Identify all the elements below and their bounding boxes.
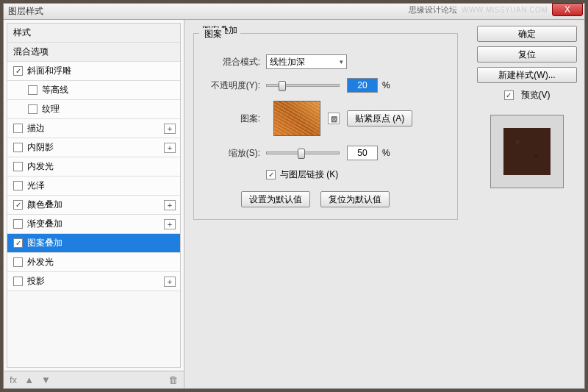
reset-default-button[interactable]: 复位为默认值	[320, 191, 390, 207]
scale-input[interactable]: 50	[347, 146, 378, 160]
opacity-input[interactable]: 20	[347, 78, 378, 93]
preview-swatch	[503, 128, 551, 175]
add-effect-icon[interactable]: +	[164, 219, 176, 229]
chevron-down-icon: ▾	[340, 58, 343, 65]
layer-style-dialog: 图层样式 思缘设计论坛 WWW.MISSYUAN.COM X 样式混合选项✓斜面…	[3, 3, 585, 389]
style-item-label: 内阴影	[27, 141, 54, 154]
snap-origin-button[interactable]: 贴紧原点 (A)	[347, 110, 412, 126]
style-item[interactable]: 纹理	[7, 100, 180, 119]
preview-box	[490, 115, 564, 188]
right-column: 确定 复位 新建样式(W)... ✓ 预览(V)	[470, 20, 584, 388]
style-checkbox[interactable]: ✓	[13, 200, 23, 210]
style-item[interactable]: 混合选项	[7, 43, 180, 62]
style-checkbox[interactable]	[13, 257, 23, 267]
pattern-thumbnail: ▾	[273, 101, 320, 136]
opacity-row: 不透明度(Y): 20 %	[204, 77, 447, 93]
blend-mode-select[interactable]: 线性加深 ▾	[266, 54, 347, 69]
preview-checkbox[interactable]: ✓	[504, 90, 514, 100]
style-checkbox[interactable]: ✓	[13, 66, 23, 76]
style-list: 样式混合选项✓斜面和浮雕等高线纹理描边+内阴影+内发光光泽✓颜色叠加+渐变叠加+…	[7, 23, 181, 368]
dialog-body: 样式混合选项✓斜面和浮雕等高线纹理描边+内阴影+内发光光泽✓颜色叠加+渐变叠加+…	[4, 20, 584, 388]
style-item-label: 颜色叠加	[27, 199, 62, 211]
add-effect-icon[interactable]: +	[164, 277, 176, 287]
blend-mode-label: 混合模式:	[204, 56, 260, 68]
opacity-label: 不透明度(Y):	[204, 79, 260, 92]
link-layer-row: ✓ 与图层链接 (K)	[266, 168, 447, 181]
style-item-label: 内发光	[27, 160, 54, 173]
scale-unit: %	[382, 148, 390, 158]
pattern-row: 图案: ▾ ▧ 贴紧原点 (A)	[204, 101, 447, 136]
forum-url: WWW.MISSYUAN.COM	[462, 6, 548, 14]
style-item[interactable]: ✓斜面和浮雕	[7, 62, 180, 81]
style-item-label: 等高线	[42, 84, 68, 96]
arrow-down-icon[interactable]: ▼	[41, 374, 51, 385]
titlebar: 图层样式 思缘设计论坛 WWW.MISSYUAN.COM X	[4, 4, 584, 20]
trash-icon[interactable]: 🗑	[168, 374, 178, 385]
reset-button[interactable]: 复位	[477, 46, 577, 63]
scale-slider[interactable]	[266, 152, 340, 154]
titlebar-right: 思缘设计论坛 WWW.MISSYUAN.COM X	[409, 4, 583, 16]
style-checkbox[interactable]	[13, 219, 23, 229]
styles-sidebar: 样式混合选项✓斜面和浮雕等高线纹理描边+内阴影+内发光光泽✓颜色叠加+渐变叠加+…	[4, 20, 184, 388]
style-item-label: 样式	[13, 26, 31, 39]
close-icon: X	[564, 4, 570, 15]
style-item-label: 斜面和浮雕	[27, 65, 71, 77]
opacity-unit: %	[382, 80, 390, 90]
style-checkbox[interactable]	[28, 85, 37, 95]
scale-label: 缩放(S):	[204, 147, 260, 160]
style-item-label: 描边	[27, 122, 45, 135]
new-pattern-icon[interactable]: ▧	[328, 113, 340, 124]
style-checkbox[interactable]	[13, 143, 23, 152]
arrow-up-icon[interactable]: ▲	[24, 374, 34, 385]
forum-name: 思缘设计论坛	[409, 4, 457, 15]
set-default-button[interactable]: 设置为默认值	[241, 191, 310, 207]
style-item[interactable]: 等高线	[7, 81, 180, 100]
close-button[interactable]: X	[552, 3, 583, 16]
add-effect-icon[interactable]: +	[164, 200, 176, 210]
style-item[interactable]: ✓图案叠加	[7, 234, 180, 253]
add-effect-icon[interactable]: +	[164, 143, 176, 153]
preview-label: 预览(V)	[521, 89, 551, 101]
slider-thumb[interactable]	[298, 149, 305, 159]
style-item[interactable]: ✓颜色叠加+	[7, 196, 180, 215]
style-item[interactable]: 内发光	[7, 157, 180, 177]
style-checkbox[interactable]	[13, 277, 23, 286]
style-item[interactable]: 光泽	[7, 177, 180, 196]
style-item[interactable]: 外发光	[7, 253, 180, 272]
style-checkbox[interactable]	[28, 104, 37, 114]
style-item-label: 投影	[27, 275, 45, 288]
style-item[interactable]: 渐变叠加+	[7, 215, 180, 234]
blend-mode-value: 线性加深	[270, 56, 305, 68]
style-item-label: 外发光	[27, 256, 54, 268]
style-checkbox[interactable]: ✓	[13, 238, 23, 248]
blend-mode-row: 混合模式: 线性加深 ▾	[204, 54, 447, 70]
ok-button[interactable]: 确定	[477, 26, 577, 42]
style-item[interactable]: 投影+	[7, 272, 180, 291]
sidebar-footer: fx ▲ ▼ 🗑	[4, 371, 184, 388]
style-checkbox[interactable]	[13, 162, 23, 171]
style-checkbox[interactable]	[13, 124, 23, 133]
opacity-slider[interactable]	[266, 84, 340, 87]
style-item[interactable]: 样式	[7, 24, 180, 43]
link-layer-label: 与图层链接 (K)	[280, 168, 338, 181]
default-buttons: 设置为默认值 复位为默认值	[241, 191, 447, 207]
style-item-label: 光泽	[27, 179, 45, 192]
style-item[interactable]: 描边+	[7, 119, 180, 138]
fx-icon[interactable]: fx	[10, 374, 17, 385]
style-item-label: 渐变叠加	[27, 218, 62, 230]
scale-row: 缩放(S): 50 %	[204, 145, 447, 161]
link-layer-checkbox[interactable]: ✓	[266, 170, 276, 179]
preview-row: ✓ 预览(V)	[477, 89, 577, 101]
style-item[interactable]: 内阴影+	[7, 138, 180, 157]
pattern-picker[interactable]: ▾	[273, 101, 320, 136]
add-effect-icon[interactable]: +	[164, 124, 176, 134]
style-item-label: 图案叠加	[27, 237, 62, 249]
fieldset-title: 图案	[201, 28, 225, 40]
slider-thumb[interactable]	[279, 81, 286, 91]
new-style-button[interactable]: 新建样式(W)...	[477, 67, 577, 83]
dialog-title: 图层样式	[8, 5, 43, 18]
style-item-label: 纹理	[42, 103, 60, 115]
style-checkbox[interactable]	[13, 181, 23, 190]
pattern-label: 图案:	[204, 113, 260, 125]
style-item-label: 混合选项	[13, 46, 49, 58]
